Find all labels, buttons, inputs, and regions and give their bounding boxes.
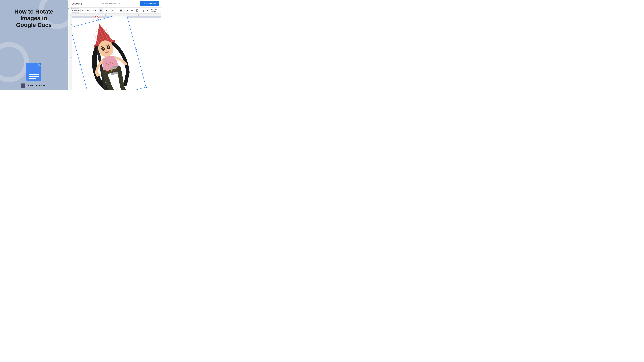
svg-text:1: 1 xyxy=(88,14,89,15)
toolbar-separator-4 xyxy=(108,9,109,12)
toolbar-separator-6 xyxy=(140,9,140,12)
svg-text:4: 4 xyxy=(71,74,72,75)
doc-line-1 xyxy=(29,74,39,75)
partial-doc-edge: Too ext xyxy=(68,0,70,90)
ruler-horizontal: 1 2 3 4 5 6 7 xyxy=(72,14,161,16)
doc-line-2 xyxy=(29,76,39,77)
drawing-toolbar: Actions ▾ ▾ xyxy=(70,8,161,14)
left-panel: How to Rotate Images in Google Docs T TE… xyxy=(0,0,68,90)
brand-name: TEMPLATE.NET xyxy=(26,84,47,87)
redo-icon xyxy=(87,9,90,12)
svg-point-1 xyxy=(111,10,112,11)
auto-saved-status: Auto-saved at 1:02:26 PM xyxy=(84,3,138,5)
actions-chevron-icon: ▾ xyxy=(78,10,79,12)
drawing-canvas[interactable] xyxy=(72,16,161,90)
svg-text:3: 3 xyxy=(122,14,122,15)
transform-button[interactable] xyxy=(141,9,145,13)
ruler-vertical: 1 2 3 4 xyxy=(70,14,72,90)
shapes-button[interactable] xyxy=(110,9,114,13)
table-button[interactable] xyxy=(135,9,139,13)
svg-line-0 xyxy=(104,10,106,11)
transform-icon xyxy=(142,9,144,12)
image-button[interactable] xyxy=(119,9,123,13)
shape-icon xyxy=(110,9,113,12)
undo-button[interactable] xyxy=(82,9,86,13)
drawing-title: Drawing xyxy=(72,2,82,6)
select-tool-button[interactable] xyxy=(99,9,103,13)
ruler-horizontal-marks: 1 2 3 4 5 6 7 xyxy=(72,14,161,16)
image-icon xyxy=(120,9,122,12)
svg-text:2: 2 xyxy=(105,14,106,15)
partial-doc-text: Too ext xyxy=(68,6,72,11)
svg-text:1: 1 xyxy=(71,24,72,25)
bottom-area: T TEMPLATE.NET xyxy=(3,63,65,88)
template-logo: T xyxy=(21,83,25,88)
zoom-chevron-icon: ▾ xyxy=(95,10,96,12)
crop-button[interactable] xyxy=(114,9,118,13)
drawing-header: Drawing Auto-saved at 1:02:26 PM Save an… xyxy=(70,0,161,8)
line-chevron-icon: ▾ xyxy=(106,10,107,11)
doc-line-3 xyxy=(29,78,36,79)
svg-text:2: 2 xyxy=(71,41,72,41)
rotate-handle-inner xyxy=(96,16,98,18)
main-title: How to Rotate Images in Google Docs xyxy=(14,8,53,28)
template-brand: T TEMPLATE.NET xyxy=(21,83,47,88)
right-panel: Too ext Drawing Auto-saved at 1:02:26 PM… xyxy=(68,0,161,90)
save-close-button[interactable]: Save and Close xyxy=(140,1,159,6)
ruler-vertical-marks: 1 2 3 4 xyxy=(70,14,72,90)
canvas-area: 1 2 3 4 1 2 xyxy=(70,14,161,90)
google-docs-icon xyxy=(26,63,42,81)
undo-icon xyxy=(82,9,85,12)
svg-text:4: 4 xyxy=(138,14,139,15)
format-lines-icon xyxy=(131,9,133,12)
replace-image-icon xyxy=(146,9,148,12)
edit-button[interactable] xyxy=(125,9,130,13)
svg-text:5: 5 xyxy=(155,14,156,15)
drawing-dialog: Drawing Auto-saved at 1:02:26 PM Save an… xyxy=(70,0,161,90)
cursor-icon xyxy=(100,9,102,12)
svg-text:3: 3 xyxy=(71,57,72,58)
pencil-icon xyxy=(126,9,128,12)
zoom-icon xyxy=(93,9,95,12)
doc-lines xyxy=(29,74,39,79)
zoom-button[interactable]: ▾ xyxy=(92,9,97,13)
redo-button[interactable] xyxy=(86,9,90,13)
format-lines-button[interactable] xyxy=(130,9,134,13)
line-icon xyxy=(104,9,106,12)
canvas-wrapper: 1 2 3 4 5 6 7 xyxy=(72,14,161,90)
line-tool-button[interactable]: ▾ xyxy=(104,9,108,13)
replace-image-button[interactable]: Replace image xyxy=(146,9,160,13)
table-icon xyxy=(136,9,138,12)
crop-icon xyxy=(115,9,118,12)
